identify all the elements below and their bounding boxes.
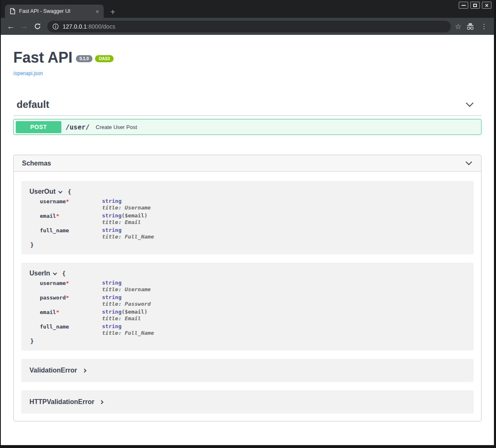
property-row: email* string($email) title: Email bbox=[40, 309, 465, 321]
property-row: email* string($email) title: Email bbox=[40, 212, 465, 225]
openapi-spec-link[interactable]: /openapi.json bbox=[13, 71, 481, 76]
property-row: password* string title: Password bbox=[40, 294, 465, 307]
property-row: username* string title: Username bbox=[40, 280, 465, 292]
tag-section-default: default POST /user/ Create User Post bbox=[13, 99, 481, 135]
property-type: string bbox=[102, 212, 122, 219]
property-title: title: Full_Name bbox=[102, 330, 154, 336]
incognito-icon bbox=[466, 23, 475, 30]
property-name: email* bbox=[40, 309, 102, 321]
window-minimize-button[interactable] bbox=[459, 2, 468, 9]
model-name: HTTPValidationError bbox=[29, 398, 94, 406]
maximize-icon bbox=[473, 4, 477, 7]
model-httpvalidationerror[interactable]: HTTPValidationError bbox=[21, 390, 474, 414]
url-text: 127.0.0.1:8000/docs bbox=[63, 23, 115, 30]
chevron-down-icon[interactable] bbox=[53, 271, 57, 275]
chevron-right-icon[interactable] bbox=[100, 400, 104, 404]
property-table: username* string title: Username email* … bbox=[40, 198, 465, 240]
address-bar[interactable]: 127.0.0.1:8000/docs bbox=[47, 21, 451, 32]
model-title-row[interactable]: UserOut { bbox=[29, 188, 465, 195]
oas3-badge: OAS3 bbox=[95, 55, 114, 62]
reload-icon bbox=[34, 23, 41, 30]
tag-header[interactable]: default bbox=[13, 99, 481, 116]
property-type: string bbox=[102, 309, 122, 315]
api-info: Fast API0.1.0OAS3 /openapi.json bbox=[13, 49, 481, 76]
chevron-down-icon[interactable] bbox=[466, 159, 472, 166]
close-brace: } bbox=[30, 241, 465, 248]
schemas-header[interactable]: Schemas bbox=[14, 155, 481, 172]
required-star: * bbox=[56, 309, 59, 315]
property-detail: string title: Username bbox=[102, 280, 151, 292]
operation-path: /user/ bbox=[66, 123, 90, 131]
property-detail: string title: Password bbox=[102, 294, 151, 307]
reload-button[interactable] bbox=[32, 21, 43, 32]
property-format: ($email) bbox=[122, 212, 148, 219]
back-button[interactable]: ← bbox=[5, 21, 17, 32]
url-path: :8000/docs bbox=[87, 23, 115, 30]
browser-toolbar: ← → 127.0.0.1:8000/docs ☆ bbox=[1, 18, 494, 35]
property-name: full_name bbox=[40, 227, 102, 240]
swagger-page: Fast API0.1.0OAS3 /openapi.json default … bbox=[1, 35, 494, 445]
property-table: username* string title: Username passwor… bbox=[40, 280, 465, 336]
property-name: email* bbox=[40, 212, 102, 225]
required-star: * bbox=[66, 295, 69, 301]
window-controls: × bbox=[459, 2, 491, 9]
property-detail: string title: Full_Name bbox=[102, 323, 154, 336]
property-title: title: Email bbox=[102, 219, 148, 225]
tag-name: default bbox=[17, 99, 49, 110]
browser-menu-icon[interactable]: ⋮ bbox=[479, 22, 489, 30]
required-star: * bbox=[66, 198, 69, 205]
version-badge: 0.1.0 bbox=[76, 55, 92, 62]
open-brace: { bbox=[68, 188, 71, 195]
chevron-down-icon[interactable] bbox=[466, 99, 473, 107]
page-icon bbox=[10, 8, 15, 15]
chevron-right-icon[interactable] bbox=[82, 368, 86, 373]
property-title: title: Username bbox=[102, 286, 151, 292]
post-method-button[interactable]: POST bbox=[16, 121, 61, 133]
url-host: 127.0.0.1 bbox=[63, 23, 87, 30]
required-star: * bbox=[56, 213, 59, 219]
schemas-section: Schemas UserOut { username* string bbox=[13, 155, 481, 421]
property-type: string bbox=[102, 198, 122, 204]
property-title: title: Username bbox=[102, 205, 151, 211]
property-title: title: Email bbox=[102, 315, 148, 321]
tab-strip: Fast API - Swagger UI × + bbox=[1, 0, 494, 18]
close-brace: } bbox=[30, 338, 465, 344]
api-badges: 0.1.0OAS3 bbox=[76, 55, 114, 62]
operation-summary: Create User Post bbox=[96, 124, 137, 130]
open-brace: { bbox=[62, 270, 66, 277]
tab-title: Fast API - Swagger UI bbox=[19, 8, 90, 14]
property-row: full_name string title: Full_Name bbox=[40, 323, 465, 336]
schemas-heading: Schemas bbox=[22, 160, 51, 167]
minimize-icon bbox=[462, 5, 466, 6]
model-userin: UserIn { username* string title: Usernam… bbox=[21, 263, 474, 351]
property-name: username* bbox=[40, 280, 102, 292]
model-validationerror[interactable]: ValidationError bbox=[21, 359, 474, 382]
bookmark-star-icon[interactable]: ☆ bbox=[455, 22, 462, 31]
property-row: username* string title: Username bbox=[40, 198, 465, 211]
window-maximize-button[interactable] bbox=[470, 2, 480, 9]
required-star: * bbox=[66, 280, 69, 286]
property-name: full_name bbox=[40, 323, 102, 336]
tab-close-icon[interactable]: × bbox=[94, 8, 100, 15]
browser-tab[interactable]: Fast API - Swagger UI × bbox=[5, 5, 104, 18]
property-type: string bbox=[102, 323, 122, 329]
model-title-row[interactable]: UserIn { bbox=[29, 270, 465, 277]
property-type: string bbox=[102, 294, 122, 300]
property-detail: string($email) title: Email bbox=[102, 309, 148, 321]
property-type: string bbox=[102, 280, 122, 286]
page-info-icon[interactable] bbox=[52, 23, 59, 30]
browser-window: × Fast API - Swagger UI × + ← → bbox=[0, 0, 496, 448]
opblock-post-user[interactable]: POST /user/ Create User Post bbox=[13, 119, 481, 135]
property-format: ($email) bbox=[122, 309, 148, 315]
property-detail: string($email) title: Email bbox=[102, 212, 148, 225]
property-type: string bbox=[102, 227, 122, 233]
model-name: UserOut bbox=[29, 188, 56, 195]
property-title: title: Password bbox=[102, 301, 151, 307]
property-title: title: Full_Name bbox=[102, 234, 154, 240]
model-name: UserIn bbox=[29, 270, 50, 277]
property-row: full_name string title: Full_Name bbox=[40, 227, 465, 240]
window-close-button[interactable]: × bbox=[482, 2, 491, 9]
property-detail: string title: Username bbox=[102, 198, 151, 211]
new-tab-button[interactable]: + bbox=[110, 8, 115, 16]
chevron-down-icon[interactable] bbox=[58, 189, 63, 193]
